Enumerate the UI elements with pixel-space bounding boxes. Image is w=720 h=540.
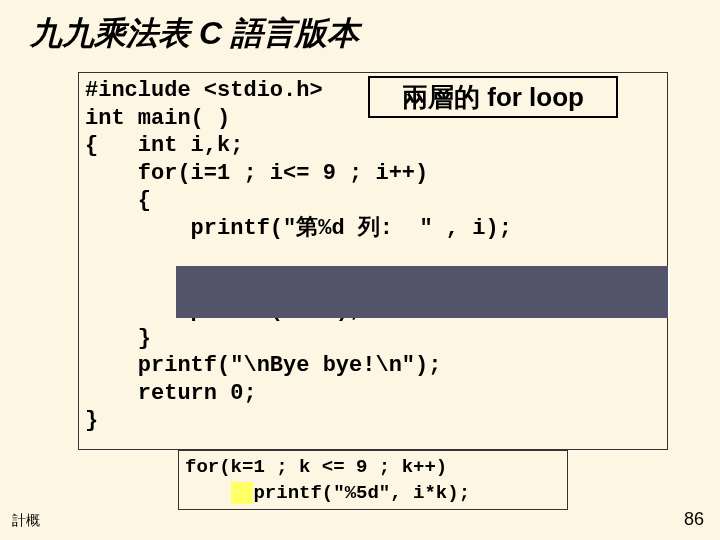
highlight-span bbox=[231, 482, 254, 504]
page-number: 86 bbox=[684, 509, 704, 530]
answer-prefix bbox=[185, 482, 231, 504]
code-line: printf("第%d 列: " , i); bbox=[85, 216, 512, 241]
code-line: #include <stdio.h> bbox=[85, 78, 323, 103]
code-line: printf("\nBye bye!\n"); bbox=[85, 353, 441, 378]
code-line: { int i,k; bbox=[85, 133, 243, 158]
answer-rest: printf("%5d", i*k); bbox=[253, 482, 470, 504]
answer-line: for(k=1 ; k <= 9 ; k++) bbox=[185, 456, 447, 478]
slide-title: 九九乘法表 C 語言版本 bbox=[0, 0, 720, 66]
annotation-text: 兩層的 for loop bbox=[402, 80, 584, 115]
code-line: { bbox=[85, 188, 151, 213]
code-line: } bbox=[85, 408, 98, 433]
code-container: #include <stdio.h> int main( ) { int i,k… bbox=[78, 72, 668, 450]
footer-label: 計概 bbox=[12, 512, 40, 530]
answer-container: for(k=1 ; k <= 9 ; k++) printf("%5d", i*… bbox=[178, 450, 568, 510]
code-line: } bbox=[85, 326, 151, 351]
redacted-region bbox=[176, 266, 670, 318]
code-block: #include <stdio.h> int main( ) { int i,k… bbox=[79, 73, 667, 439]
code-line: int main( ) bbox=[85, 106, 230, 131]
annotation-callout: 兩層的 for loop bbox=[368, 76, 618, 118]
code-line: return 0; bbox=[85, 381, 257, 406]
code-line: for(i=1 ; i<= 9 ; i++) bbox=[85, 161, 428, 186]
